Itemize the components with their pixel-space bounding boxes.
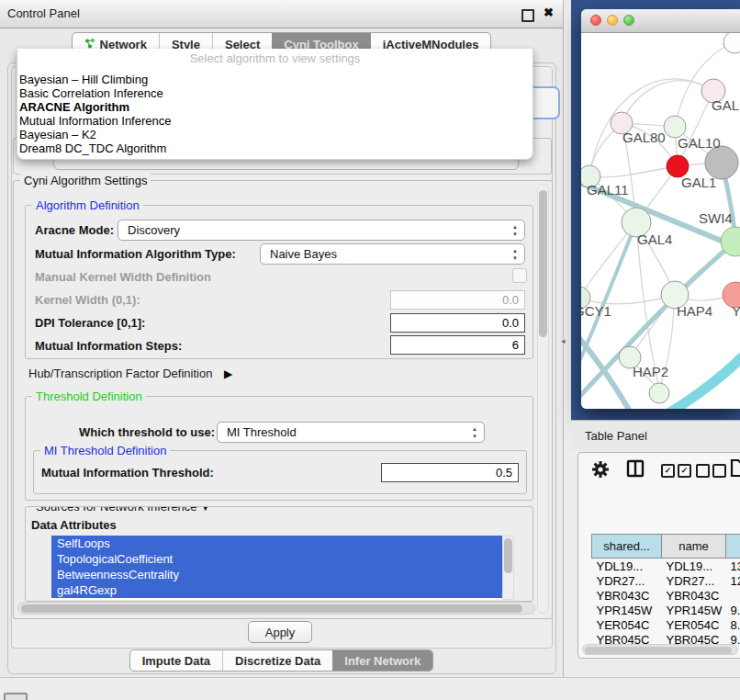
hub-definition-label: Hub/Transcription Factor Definition — [28, 367, 212, 380]
algorithm-definition-group: Algorithm Definition Aracne Mode: Discov… — [25, 205, 533, 359]
settings-horizontal-scrollbar[interactable] — [17, 602, 535, 615]
document-icon[interactable] — [730, 458, 740, 481]
table-horizontal-scrollbar-thumb[interactable] — [585, 647, 732, 654]
which-threshold-combobox[interactable]: MI Threshold ▲▼ — [217, 422, 485, 443]
minimize-traffic-light-icon[interactable] — [607, 15, 618, 26]
node-label: HAP2 — [633, 364, 668, 379]
table-horizontal-scrollbar[interactable] — [582, 644, 738, 655]
settings-vertical-scrollbar-thumb[interactable] — [539, 190, 547, 337]
column-header-shared-name[interactable]: shared... — [592, 535, 662, 559]
data-attributes-label: Data Attributes — [31, 518, 117, 532]
dropdown-item[interactable]: Basic Correlation Inference — [17, 86, 533, 100]
node-label: GAL11 — [587, 182, 629, 198]
dropdown-item[interactable]: Dream8 DC_TDC Algorithm — [17, 141, 533, 155]
control-panel-titlebar: Control Panel ✖ — [0, 0, 563, 28]
kernel-width-label: Kernel Width (0,1): — [35, 293, 140, 307]
column-header-name[interactable]: name — [662, 535, 726, 559]
dropdown-item[interactable]: Bayesian – K2 — [17, 128, 533, 141]
data-attributes-list[interactable]: SelfLoops TopologicalCoefficient Between… — [51, 536, 514, 600]
list-item[interactable]: SelfLoops — [51, 536, 514, 551]
zoom-traffic-light-icon[interactable] — [623, 15, 634, 26]
sources-title-text: Sources for Network Inference — [36, 506, 197, 514]
collapse-down-icon[interactable]: ▼ — [200, 506, 210, 513]
gear-icon[interactable] — [591, 460, 610, 482]
node-unlabeled[interactable] — [723, 33, 740, 53]
attributes-list-scrollbar-thumb[interactable] — [504, 538, 512, 573]
algorithm-dropdown-popup: Select algorithm to view settings Bayesi… — [17, 49, 533, 160]
table-row[interactable]: YER054CYER054C8. — [592, 617, 740, 632]
node-table[interactable]: shared... name YDL19...YDL19...13 YDR27.… — [585, 493, 740, 644]
tab-discretize-data[interactable]: Discretize Data — [222, 650, 332, 671]
node-label: GAL — [712, 97, 739, 113]
table-panel-card: ✓✓ shared... name YDL1 — [577, 452, 740, 659]
mi-threshold-definition-title: MI Threshold Definition — [40, 444, 170, 457]
expand-right-icon[interactable]: ▶ — [224, 367, 232, 380]
panel-collapse-icon[interactable]: ◂ — [561, 336, 566, 345]
mi-threshold-field[interactable]: 0.5 — [381, 463, 519, 482]
settings-group-title: Cyni Algorithm Settings — [20, 174, 151, 187]
dpi-tolerance-label: DPI Tolerance [0,1]: — [35, 316, 145, 330]
aracne-mode-value: Discovery — [128, 223, 180, 237]
algorithm-definition-title: Algorithm Definition — [32, 198, 143, 212]
node-label: SWI4 — [699, 210, 733, 226]
node-label: GAL4 — [637, 231, 672, 247]
dropdown-prompt: Select algorithm to view settings — [17, 49, 533, 73]
mi-threshold-definition-group: MI Threshold Definition Mutual Informati… — [33, 450, 527, 494]
minimized-panel-button[interactable] — [4, 693, 28, 700]
sources-group: Sources for Network Inference ▼ Data Att… — [25, 506, 533, 602]
split-columns-icon[interactable] — [626, 459, 645, 481]
list-item[interactable]: TopologicalCoefficient — [51, 551, 514, 567]
list-item[interactable]: gal4RGexp — [51, 582, 514, 598]
hub-definition-toggle[interactable]: Hub/Transcription Factor Definition ▶ — [28, 367, 232, 380]
kernel-width-field[interactable]: 0.0 — [390, 290, 525, 310]
which-threshold-label: Which threshold to use: — [79, 425, 215, 439]
list-item[interactable]: BetweennessCentrality — [51, 567, 514, 582]
manual-kernel-checkbox[interactable] — [512, 268, 527, 283]
attributes-list-scrollbar[interactable] — [502, 536, 514, 600]
settings-horizontal-scrollbar-thumb[interactable] — [21, 604, 522, 613]
node-label: GCY1 — [581, 303, 611, 319]
sources-group-title: Sources for Network Inference ▼ — [32, 506, 214, 514]
node-unlabeled[interactable] — [649, 383, 669, 403]
network-canvas[interactable]: GAL GAL80 GAL10 GAL1 GAL11 SWI4 GAL4 GCY… — [581, 33, 740, 409]
node-label: GAL80 — [622, 130, 666, 145]
table-row[interactable]: YDL19...YDL19...13 — [592, 559, 740, 574]
mi-type-label: Mutual Information Algorithm Type: — [35, 247, 236, 261]
stepper-arrows-icon: ▲▼ — [472, 425, 477, 440]
aracne-mode-combobox[interactable]: Discovery ▲▼ — [118, 220, 525, 241]
close-icon[interactable]: ✖ — [544, 6, 554, 19]
cyni-bottom-tabs: Impute Data Discretize Data Infer Networ… — [0, 649, 563, 672]
table-row[interactable]: YDR27...YDR27...12 — [592, 573, 740, 588]
table-row[interactable]: YBR045CYBR045C9. — [592, 632, 740, 644]
dropdown-item[interactable]: Mutual Information Inference — [17, 114, 533, 128]
table-panel-header: Table Panel — [571, 420, 740, 451]
node-label: GAL10 — [678, 135, 721, 151]
column-header-cut[interactable] — [726, 535, 740, 559]
table-panel-title: Table Panel — [585, 421, 647, 451]
table-row[interactable]: YBR043CYBR043C — [592, 588, 740, 603]
threshold-definition-group: Threshold Definition Which threshold to … — [25, 396, 533, 501]
dpi-tolerance-field[interactable]: 0.0 — [390, 313, 525, 333]
deselect-all-checkboxes-icon[interactable] — [696, 464, 726, 480]
node-label: GAL1 — [681, 175, 716, 190]
table-row[interactable]: YPR145WYPR145W9. — [592, 603, 740, 617]
mi-steps-label: Mutual Information Steps: — [35, 339, 182, 353]
mi-steps-field[interactable]: 6 — [390, 335, 525, 355]
float-window-icon[interactable] — [521, 9, 534, 22]
select-all-checkboxes-icon[interactable]: ✓✓ — [661, 464, 691, 480]
network-view-window[interactable]: GAL GAL80 GAL10 GAL1 GAL11 SWI4 GAL4 GCY… — [581, 9, 740, 409]
node-label: HAP4 — [677, 303, 712, 319]
close-traffic-light-icon[interactable] — [590, 15, 601, 26]
control-panel: Control Panel ✖ Networ — [0, 0, 564, 677]
dropdown-item-selected[interactable]: ARACNE Algorithm — [17, 100, 533, 114]
settings-vertical-scrollbar[interactable] — [537, 184, 549, 614]
apply-button[interactable]: Apply — [248, 621, 312, 643]
network-graph: GAL GAL80 GAL10 GAL1 GAL11 SWI4 GAL4 GCY… — [581, 33, 740, 409]
threshold-definition-title: Threshold Definition — [32, 390, 146, 403]
network-window-titlebar[interactable] — [581, 9, 740, 33]
which-threshold-value: MI Threshold — [227, 425, 297, 439]
dropdown-item[interactable]: Bayesian – Hill Climbing — [17, 73, 533, 86]
tab-infer-network[interactable]: Infer Network — [332, 650, 432, 671]
mi-type-combobox[interactable]: Naive Bayes ▲▼ — [260, 243, 525, 265]
tab-impute-data[interactable]: Impute Data — [130, 650, 222, 671]
